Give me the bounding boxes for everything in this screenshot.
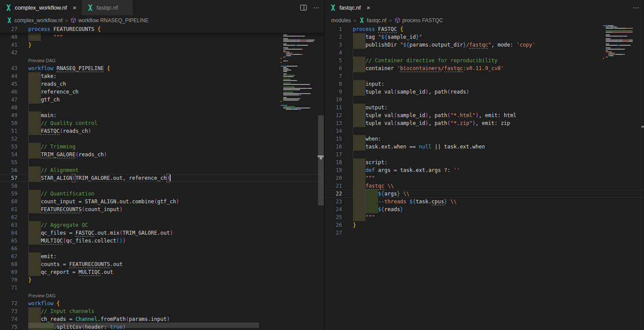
code-line[interactable]: 5// Container directive for reproducibil… [325, 57, 644, 64]
line-number[interactable]: 45 [0, 80, 17, 88]
line-number[interactable]: 62 [0, 213, 17, 221]
line-number[interactable]: 18 [325, 158, 342, 166]
line-number[interactable]: 67 [0, 253, 17, 260]
code-line[interactable]: 72workflow { [0, 300, 324, 307]
line-number[interactable]: 11 [325, 104, 342, 111]
code-line[interactable]: 57STAR_ALIGN(TRIM_GALORE.out, reference_… [0, 174, 324, 182]
code-line[interactable]: 1process FASTQC { [325, 25, 644, 33]
code-line[interactable]: 51FASTQC(reads_ch) [0, 127, 324, 135]
code-line[interactable]: 25""" [325, 213, 644, 221]
line-number[interactable]: 57 [0, 174, 17, 182]
codelens-preview-dag[interactable]: Preview DAG [0, 57, 324, 64]
code-line[interactable]: 41} [0, 41, 324, 49]
line-number[interactable]: 3 [325, 41, 342, 49]
line-number[interactable]: 7 [325, 72, 342, 80]
line-number[interactable]: 43 [0, 64, 17, 72]
tab-fastqc-left[interactable]: fastqc.nf × [82, 0, 133, 15]
minimap[interactable] [281, 25, 318, 112]
code-line[interactable]: 24${reads} [325, 205, 644, 213]
code-line[interactable]: 60count_input = STAR_ALIGN.out.combine(g… [0, 198, 324, 205]
code-line[interactable]: 46reference_ch [0, 88, 324, 96]
line-number[interactable]: 12 [325, 111, 342, 119]
code-line[interactable]: 10 [325, 96, 644, 104]
code-line[interactable]: 47gtf_ch [0, 96, 324, 104]
code-line[interactable]: 64qc_files = FASTQC.out.mix(TRIM_GALORE.… [0, 229, 324, 237]
breadcrumb-folder[interactable]: modules [331, 17, 351, 24]
code-line[interactable]: 74ch_reads = Channel.fromPath(params.inp… [0, 315, 324, 323]
horizontal-scrollbar[interactable] [28, 323, 259, 328]
more-actions-icon[interactable]: ⋯ [633, 4, 640, 12]
sticky-code-line[interactable]: 27process FEATURECOUNTS { [0, 25, 324, 33]
code-line[interactable]: 62 [0, 213, 324, 221]
breadcrumb-file[interactable]: fastqc.nf [367, 17, 386, 24]
code-line[interactable]: 12tuple val(sample_id), path("*.html"), … [325, 111, 644, 119]
code-line[interactable]: 14 [325, 127, 644, 135]
line-number[interactable]: 9 [325, 88, 342, 96]
line-number[interactable]: 68 [0, 260, 17, 268]
code-line[interactable]: 63// Aggregate QC [0, 221, 324, 229]
line-number[interactable]: 74 [0, 315, 17, 323]
tab-complex-workflow[interactable]: complex_workflow.nf × [0, 0, 82, 15]
line-number[interactable]: 10 [325, 96, 342, 104]
vertical-scrollbar[interactable] [318, 115, 324, 205]
line-number[interactable]: 51 [0, 127, 17, 135]
code-line[interactable]: 49main: [0, 111, 324, 119]
code-line[interactable]: 27 [325, 229, 644, 237]
line-number[interactable]: 2 [325, 33, 342, 41]
line-number[interactable]: 40 [0, 33, 17, 41]
line-number[interactable]: 27 [325, 229, 342, 237]
code-line[interactable]: 7 [325, 72, 644, 80]
breadcrumb-symbol[interactable]: process FASTQC [402, 17, 443, 24]
line-number[interactable]: 73 [0, 307, 17, 315]
line-number[interactable]: 25 [325, 213, 342, 221]
line-number[interactable]: 44 [0, 72, 17, 80]
line-number[interactable]: 47 [0, 96, 17, 104]
line-number[interactable]: 72 [0, 300, 17, 307]
line-number[interactable]: 59 [0, 190, 17, 198]
line-number[interactable]: 41 [0, 41, 17, 49]
line-number[interactable]: 6 [325, 64, 342, 72]
line-number[interactable]: 8 [325, 80, 342, 88]
code-line[interactable]: 43workflow RNASEQ_PIPELINE { [0, 64, 324, 72]
code-line[interactable]: 3publishDir "${params.output_dir}/fastqc… [325, 41, 644, 49]
line-number[interactable]: 4 [325, 49, 342, 57]
breadcrumb-symbol[interactable]: workflow RNASEQ_PIPELINE [78, 17, 148, 24]
code-line[interactable]: 50// Quality control [0, 119, 324, 127]
code-line[interactable]: 2tag "${sample_id}" [325, 33, 644, 41]
code-line[interactable]: 23--threads ${task.cpus} \\ [325, 198, 644, 205]
code-line[interactable]: 73// Input channels [0, 307, 324, 315]
line-number[interactable]: 19 [325, 166, 342, 174]
line-number[interactable]: 52 [0, 135, 17, 143]
code-line[interactable]: 15when: [325, 135, 644, 143]
line-number[interactable]: 21 [325, 182, 342, 190]
code-line[interactable]: 61FEATURECOUNTS(count_input) [0, 205, 324, 213]
code-line[interactable]: 70} [0, 276, 324, 284]
code-line[interactable]: 40 """ [0, 33, 324, 41]
code-line[interactable]: 65MULTIQC(qc_files.collect()) [0, 237, 324, 245]
line-number[interactable]: 15 [325, 135, 342, 143]
line-number[interactable]: 58 [0, 182, 17, 190]
code-line[interactable]: 18script: [325, 158, 644, 166]
line-number[interactable]: 70 [0, 276, 17, 284]
line-number[interactable]: 69 [0, 268, 17, 276]
line-number[interactable]: 14 [325, 127, 342, 135]
code-line[interactable]: 66 [0, 245, 324, 253]
tab-fastqc-right[interactable]: fastqc.nf × [325, 0, 376, 15]
close-icon[interactable]: × [73, 4, 77, 11]
line-number[interactable]: 71 [0, 284, 17, 292]
code-line[interactable]: 44take: [0, 72, 324, 80]
code-line[interactable]: 45reads_ch [0, 80, 324, 88]
code-line[interactable]: 13tuple val(sample_id), path("*.zip"), e… [325, 119, 644, 127]
code-line[interactable]: 67emit: [0, 253, 324, 260]
code-line[interactable]: 52 [0, 135, 324, 143]
line-number[interactable]: 48 [0, 104, 17, 111]
code-line[interactable]: 20""" [325, 174, 644, 182]
split-editor-icon[interactable] [300, 5, 307, 10]
line-number[interactable]: 5 [325, 57, 342, 64]
codelens-preview-dag[interactable]: Preview DAG [0, 292, 324, 300]
code-line[interactable]: 58 [0, 182, 324, 190]
code-line[interactable]: 6container 'biocontainers/fastqc:v0.11.9… [325, 64, 644, 72]
line-number[interactable]: 61 [0, 205, 17, 213]
line-number[interactable]: 63 [0, 221, 17, 229]
code-line[interactable]: 56// Alignment [0, 166, 324, 174]
